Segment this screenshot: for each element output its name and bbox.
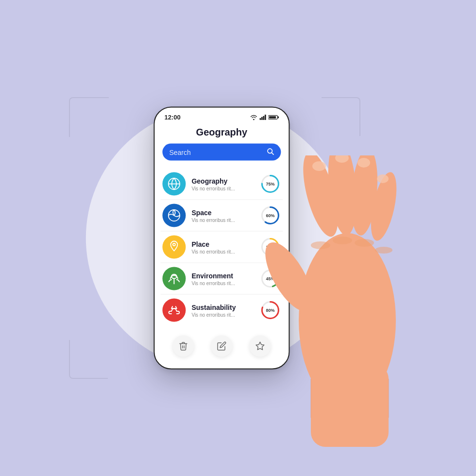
item-subtitle-place: Vis no erroribus rit...: [191, 249, 254, 254]
item-text-geography: Geography Vis no erroribus rit...: [191, 177, 254, 191]
item-icon-sustainability: [162, 299, 186, 322]
item-title-sustainability: Sustainability: [191, 303, 254, 311]
item-icon-place: [162, 236, 186, 259]
svg-point-16: [173, 243, 175, 246]
svg-rect-3: [265, 114, 266, 119]
svg-point-37: [312, 161, 326, 171]
item-text-environment: Environment Vis no erroribus rit...: [191, 272, 254, 286]
frame-corner-tr: [322, 97, 360, 136]
item-title-place: Place: [191, 240, 254, 248]
delete-button[interactable]: [173, 336, 194, 357]
item-title-geography: Geography: [191, 177, 254, 185]
svg-rect-6: [269, 116, 276, 119]
frame-corner-bl: [69, 340, 108, 379]
item-text-place: Place Vis no erroribus rit...: [191, 240, 254, 254]
svg-rect-0: [259, 118, 261, 119]
status-icons: [250, 114, 279, 120]
svg-point-40: [377, 174, 389, 183]
scene: 12:00: [0, 0, 476, 476]
status-time: 12:00: [164, 114, 180, 121]
item-subtitle-geography: Vis no erroribus rit...: [191, 186, 254, 191]
item-subtitle-environment: Vis no erroribus rit...: [191, 280, 254, 286]
item-title-environment: Environment: [191, 272, 254, 279]
signal-icon: [259, 114, 266, 120]
item-subtitle-sustainability: Vis no erroribus rit...: [191, 312, 254, 317]
wifi-icon: [250, 114, 257, 120]
search-input[interactable]: Search: [169, 148, 262, 156]
svg-point-34: [333, 237, 352, 244]
item-title-space: Space: [191, 208, 254, 216]
svg-rect-32: [311, 364, 389, 447]
item-icon-environment: [162, 267, 186, 290]
app-title: Geography: [154, 124, 289, 144]
item-text-sustainability: Sustainability Vis no erroribus rit...: [191, 303, 254, 317]
item-icon-geography: [162, 172, 186, 196]
status-bar: 12:00: [154, 108, 289, 124]
item-text-space: Space Vis no erroribus rit...: [191, 208, 254, 222]
edit-button[interactable]: [211, 336, 232, 357]
svg-point-33: [311, 241, 330, 249]
svg-point-39: [357, 158, 370, 168]
svg-point-35: [355, 239, 374, 247]
battery-icon: [268, 114, 279, 120]
svg-rect-2: [263, 116, 264, 119]
svg-line-8: [272, 153, 273, 155]
item-icon-space: [162, 204, 186, 227]
svg-rect-5: [278, 116, 279, 118]
item-subtitle-space: Vis no erroribus rit...: [191, 217, 254, 222]
svg-point-36: [375, 247, 392, 254]
svg-rect-1: [261, 117, 263, 119]
hand: [262, 155, 447, 447]
